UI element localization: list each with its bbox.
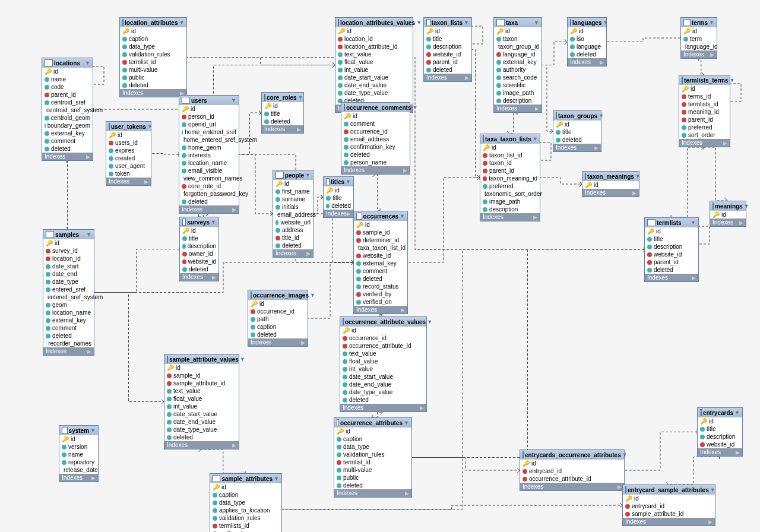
table-taxa[interactable]: taxa▼🔑idtaxontaxon_group_idlanguage_idex… (493, 17, 542, 113)
table-occurrence_comments[interactable]: occurrence_comments▼🔑idcommentoccurrence… (341, 102, 410, 175)
table-surveys[interactable]: surveys▼🔑idtitledescriptionowner_idwebsi… (179, 217, 219, 281)
column-release_date[interactable]: release_date (59, 466, 98, 474)
column-deleted[interactable]: deleted (324, 202, 353, 210)
indexes-row[interactable]: Indexes▶ (710, 218, 746, 226)
collapse-icon[interactable]: ▼ (534, 20, 539, 26)
column-title[interactable]: title (262, 110, 303, 118)
indexes-row[interactable]: Indexes▶ (480, 213, 540, 221)
collapse-icon[interactable]: ▼ (298, 94, 303, 100)
column-validation_rules[interactable]: validation_rules (210, 514, 281, 522)
collapse-icon[interactable]: ▼ (346, 179, 351, 185)
column-id[interactable]: 🔑id (698, 417, 742, 425)
column-termlists_id[interactable]: termlists_id (210, 522, 281, 530)
collapse-icon[interactable]: ▼ (274, 476, 279, 482)
column-user_agent[interactable]: user_agent (106, 162, 151, 170)
indexes-row[interactable]: Indexes▶ (568, 58, 606, 66)
column-person_id[interactable]: person_id (179, 113, 239, 121)
column-multi-value[interactable]: multi-value (120, 66, 186, 74)
column-id[interactable]: 🔑id (645, 227, 698, 235)
table-entrycards_occurrence_attributes[interactable]: entrycards_occurrence_attributes▼🔑identr… (520, 449, 625, 491)
column-geom[interactable]: geom (43, 301, 94, 309)
collapse-icon[interactable]: ▼ (147, 124, 153, 129)
column-forgotten_password_key[interactable]: forgotten_password_key (179, 190, 239, 198)
collapse-icon[interactable]: ▼ (427, 319, 432, 325)
collapse-icon[interactable]: ▼ (729, 77, 734, 83)
column-occurrence_id[interactable]: occurrence_id (248, 308, 308, 315)
column-description[interactable]: description (480, 205, 540, 213)
column-location_id[interactable]: location_id (43, 255, 94, 262)
column-sample_attribute_id[interactable]: sample_attribute_id (164, 379, 239, 387)
column-description[interactable]: description (494, 97, 542, 104)
column-applies_to_location[interactable]: applies_to_location (210, 506, 281, 514)
indexes-row[interactable]: Indexes▶ (42, 153, 93, 160)
column-int_value[interactable]: int_value (340, 365, 426, 373)
column-parent_id[interactable]: parent_id (645, 258, 698, 266)
column-home_entered_sref[interactable]: home_entered_sref (179, 128, 239, 136)
column-location_name[interactable]: location_name (179, 159, 239, 167)
column-record_status[interactable]: record_status (354, 283, 407, 290)
column-title[interactable]: title (645, 235, 698, 243)
column-description[interactable]: description (698, 433, 742, 441)
column-sort_order[interactable]: sort_order (679, 131, 730, 139)
table-core_roles[interactable]: core_roles▼🔑idtitledeletedIndexes▶ (261, 92, 304, 134)
collapse-icon[interactable]: ▼ (211, 219, 216, 225)
column-image_path[interactable]: image_path (494, 89, 542, 97)
column-title[interactable]: title (698, 425, 742, 433)
table-occurrence_attribute_values[interactable]: occurrence_attribute_values▼🔑idoccurrenc… (340, 316, 427, 412)
table-taxon_groups[interactable]: taxon_groups▼🔑idtitledeletedIndexes▶ (553, 110, 601, 152)
indexes-row[interactable]: Indexes▶ (698, 448, 742, 456)
column-surname[interactable]: surname (273, 195, 313, 203)
table-locations[interactable]: locations▼🔑idnamecodeparent_idcentroid_s… (42, 58, 93, 161)
column-location_attribute_id[interactable]: location_attribute_id (335, 43, 413, 50)
column-termlist_id[interactable]: termlist_id (120, 58, 186, 66)
collapse-icon[interactable]: ▼ (416, 20, 422, 26)
column-taxa_taxon_list_id[interactable]: taxa_taxon_list_id (354, 244, 407, 252)
collapse-icon[interactable]: ▼ (598, 113, 604, 119)
column-description[interactable]: description (180, 242, 218, 250)
table-sample_attributes[interactable]: sample_attributes▼🔑idcaptiondata_typeapp… (210, 473, 282, 532)
collapse-icon[interactable]: ▼ (533, 136, 538, 142)
column-boundary_geom[interactable]: boundary_geom (42, 122, 93, 129)
table-taxa_taxon_lists[interactable]: taxa_taxon_lists▼🔑idtaxon_list_idtaxon_i… (480, 134, 540, 221)
table-location_attributes[interactable]: location_attributes▼🔑idcaptiondata_typev… (119, 17, 187, 97)
column-owner_id[interactable]: owner_id (180, 250, 218, 258)
table-termlists_terms[interactable]: termlists_terms▼🔑idterms_idtermlists_idm… (679, 75, 730, 147)
table-user_tokens[interactable]: user_tokens▼🔑idusers_idexpirescreateduse… (106, 121, 151, 186)
collapse-icon[interactable]: ▼ (734, 410, 740, 416)
column-description[interactable]: description (645, 243, 698, 251)
indexes-row[interactable]: Indexes▶ (520, 483, 624, 490)
table-termlists[interactable]: termlists▼🔑idtitledescriptionwebsite_idp… (644, 217, 699, 282)
column-taxon_id[interactable]: taxon_id (480, 159, 540, 167)
column-path[interactable]: path (248, 315, 308, 323)
column-name[interactable]: name (42, 75, 93, 83)
indexes-row[interactable]: Indexes▶ (681, 50, 717, 58)
column-date_start[interactable]: date_start (43, 262, 94, 270)
column-id[interactable]: 🔑id (710, 211, 746, 218)
table-languages[interactable]: languages▼🔑idisolanguagedeletedIndexes▶ (567, 17, 607, 66)
indexes-row[interactable]: Indexes▶ (59, 474, 98, 482)
column-term[interactable]: term (681, 35, 717, 43)
collapse-icon[interactable]: ▼ (709, 20, 714, 26)
column-deleted[interactable]: deleted (553, 136, 601, 144)
column-person_name[interactable]: person_name (341, 159, 410, 166)
column-occurrence_attribute_id[interactable]: occurrence_attribute_id (340, 342, 426, 350)
column-email_visible[interactable]: email_visible (179, 167, 239, 175)
collapse-icon[interactable]: ▼ (622, 452, 628, 458)
column-address[interactable]: address (273, 226, 313, 234)
column-title[interactable]: title (180, 235, 218, 242)
column-title[interactable]: title (553, 128, 601, 136)
column-id[interactable]: 🔑id (480, 144, 540, 151)
column-deleted[interactable]: deleted (354, 275, 407, 283)
column-data_type[interactable]: data_type (120, 43, 186, 50)
column-deleted[interactable]: deleted (180, 265, 218, 273)
column-language_id[interactable]: language_id (681, 43, 717, 50)
column-website_id[interactable]: website_id (354, 252, 407, 259)
column-date_start_value[interactable]: date_start_value (340, 373, 426, 381)
column-scientific[interactable]: scientific (494, 81, 542, 89)
column-expires[interactable]: expires (106, 147, 151, 154)
table-location_attributes_values[interactable]: location_attributes_values▼🔑idlocation_i… (335, 17, 413, 113)
column-deleted[interactable]: deleted (334, 482, 411, 489)
table-taxon_meanings[interactable]: taxon_meanings▼🔑idIndexes▶ (582, 171, 639, 197)
column-external_key[interactable]: external_key (43, 316, 94, 324)
column-id[interactable]: 🔑id (248, 300, 308, 308)
